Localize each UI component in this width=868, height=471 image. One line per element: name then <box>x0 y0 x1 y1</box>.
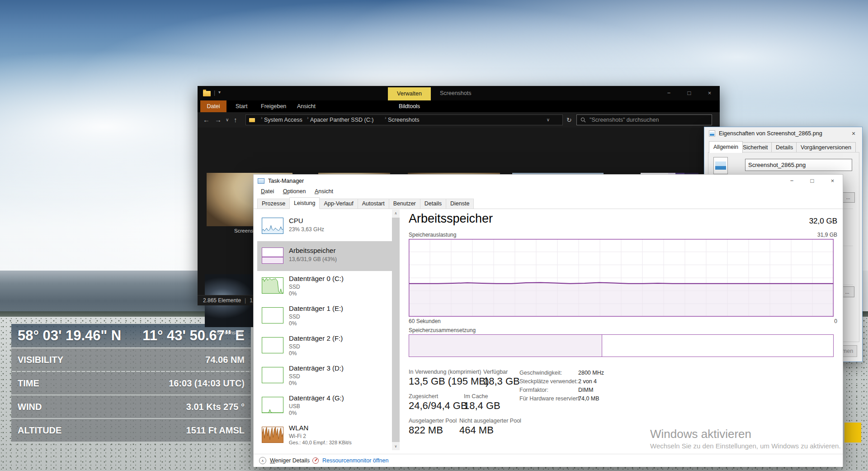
sidebar-item-title: Datenträger 0 (C:) <box>289 275 344 282</box>
qat-dropdown-icon[interactable]: ▾ <box>218 90 221 95</box>
sidebar-item-cpu[interactable]: CPU 23% 3,63 GHz <box>257 211 392 241</box>
windows-activation-watermark-subtitle: Wechseln Sie zu den Einstellungen, um Wi… <box>650 442 841 450</box>
sidebar-item-wlan[interactable]: WLAN Wi-Fi 2 Ges.: 40,0 Empf.: 328 KBit/… <box>257 420 392 450</box>
memory-mini-graph <box>262 247 283 264</box>
sidebar-scrollbar[interactable]: ∧ ∨ <box>392 209 400 450</box>
longitude-value: 11° 43' 50.67" E <box>142 324 245 347</box>
detail-value: DIMM <box>578 387 593 393</box>
detail-label: Für Hardware reserviert: <box>519 395 580 402</box>
task-manager-window: Task-Manager − □ × Datei Optionen Ansich… <box>253 174 843 466</box>
recent-locations-icon[interactable]: ∨ <box>226 112 229 128</box>
composition-used-segment <box>409 335 602 357</box>
stat-value: 24,6/94,4 GB <box>409 400 467 412</box>
contextual-tab-verwalten[interactable]: Verwalten <box>388 87 431 100</box>
yellow-desktop-fragment <box>844 423 861 442</box>
stat-label: In Verwendung (komprimiert) <box>409 369 481 375</box>
search-input[interactable]: "Screenshots" durchsuchen <box>576 114 712 125</box>
stat-label: Zugesichert <box>409 393 438 400</box>
sidebar-item-subtitle: Wi-Fi 2 <box>289 433 306 439</box>
sidebar-item-arbeitsspeicher[interactable]: Arbeitsspeicher 13,6/31,9 GB (43%) <box>257 241 392 271</box>
sidebar-item-datentraeger-3[interactable]: Datenträger 3 (D:) SSD 0% <box>257 361 392 390</box>
sidebar-item-subtitle: SSD <box>289 343 300 350</box>
folder-icon <box>203 91 211 96</box>
ribbon-tab-ansicht[interactable]: Ansicht <box>297 100 316 112</box>
tab-sicherheit[interactable]: Sicherheit <box>738 142 773 152</box>
tab-vorgaengerversionen[interactable]: Vorgängerversionen <box>796 142 856 152</box>
memory-total: 32,0 GB <box>809 217 837 226</box>
ribbon-tab-bildtools[interactable]: Bildtools <box>388 100 431 112</box>
back-icon[interactable]: ← <box>203 112 210 128</box>
time-label: TIME <box>18 378 39 388</box>
time-value: 16:03 (14:03 UTC) <box>169 372 245 395</box>
stat-label: Verfügbar <box>483 369 508 375</box>
sidebar-item-datentraeger-2[interactable]: Datenträger 2 (F:) SSD 0% <box>257 331 392 361</box>
filename-field[interactable] <box>745 159 852 171</box>
taskmanager-menubar: Datei Optionen Ansicht <box>257 187 337 197</box>
explorer-titlebar[interactable]: | ▾ Verwalten Screenshots − □ × <box>198 86 720 100</box>
taskmanager-title: Task-Manager <box>268 175 304 187</box>
memory-usage-graph <box>409 239 834 317</box>
stat-value: 464 MB <box>459 424 494 436</box>
sidebar-item-datentraeger-4[interactable]: Datenträger 4 (G:) USB 0% <box>257 390 392 420</box>
status-separator: | <box>245 297 246 304</box>
explorer-maximize-button[interactable]: □ <box>679 86 699 100</box>
ribbon-tab-datei[interactable]: Datei <box>200 100 226 112</box>
tab-details[interactable]: Details <box>420 199 446 209</box>
tab-benutzer[interactable]: Benutzer <box>389 199 420 209</box>
sidebar-item-datentraeger-0[interactable]: Datenträger 0 (C:) SSD 0% <box>257 271 392 301</box>
composition-label: Speicherzusammensetzung <box>409 327 476 333</box>
selected-count: 1 <box>250 297 253 304</box>
menu-datei[interactable]: Datei <box>257 187 278 195</box>
sidebar-item-title: WLAN <box>289 424 308 432</box>
weniger-details-button[interactable]: Weniger Details <box>270 454 310 467</box>
ribbon-tab-start[interactable]: Start <box>236 100 247 112</box>
disk3-mini-graph <box>262 367 283 383</box>
taskmanager-tabs: Prozesse Leistung App-Verlauf Autostart … <box>257 197 473 209</box>
altitude-value: 1511 Ft AMSL <box>186 419 245 442</box>
forward-icon[interactable]: → <box>215 112 222 128</box>
taskmanager-minimize-button[interactable]: − <box>782 175 802 187</box>
explorer-close-button[interactable]: × <box>699 86 720 100</box>
menu-ansicht[interactable]: Ansicht <box>311 187 337 195</box>
breadcrumb-drive[interactable]: Apacer Panther SSD (C:) <box>310 115 373 125</box>
sidebar-item-subtitle: Ges.: 40,0 Empf.: 328 KBit/s <box>289 440 352 445</box>
tab-autostart[interactable]: Autostart <box>358 199 389 209</box>
tab-allgemein[interactable]: Allgemein <box>709 141 743 153</box>
explorer-minimize-button[interactable]: − <box>659 86 679 100</box>
sidebar-item-title: Datenträger 1 (E:) <box>289 304 343 312</box>
explorer-ribbon-tabs: Datei Start Freigeben Ansicht Bildtools <box>198 100 720 112</box>
ribbon-tab-freigeben[interactable]: Freigeben <box>261 100 286 112</box>
breadcrumb-folder[interactable]: Screenshots <box>388 115 419 125</box>
cpu-mini-graph <box>262 218 283 234</box>
scroll-thumb[interactable] <box>392 218 400 442</box>
address-bar[interactable]: › System Access › Apacer Panther SSD (C:… <box>245 114 563 125</box>
refresh-icon[interactable]: ↻ <box>566 114 572 125</box>
sidebar-item-subtitle: 0% <box>289 410 297 416</box>
change-button[interactable]: ... <box>841 192 855 203</box>
sidebar-item-datentraeger-1[interactable]: Datenträger 1 (E:) SSD 0% <box>257 301 392 331</box>
tab-prozesse[interactable]: Prozesse <box>257 199 290 209</box>
breadcrumb-root[interactable]: System Access <box>264 115 302 125</box>
tab-details[interactable]: Details <box>771 142 797 152</box>
sidebar-item-subtitle: 0% <box>289 290 297 297</box>
scroll-up-icon[interactable]: ∧ <box>392 209 400 217</box>
tab-dienste[interactable]: Dienste <box>446 199 474 209</box>
sidebar-item-title: Arbeitsspeicher <box>289 247 335 254</box>
taskmanager-close-button[interactable]: × <box>822 175 843 187</box>
tab-leistung[interactable]: Leistung <box>289 197 320 209</box>
disk4-mini-graph <box>262 397 283 413</box>
address-dropdown-icon[interactable]: ∨ <box>547 115 550 125</box>
scroll-down-icon[interactable]: ∨ <box>392 442 400 450</box>
detail-value: 74,0 MB <box>578 395 599 402</box>
altitude-label: ALTITUDE <box>18 425 61 435</box>
taskmanager-maximize-button[interactable]: □ <box>802 175 822 187</box>
dialog-close-button[interactable]: × <box>848 129 859 138</box>
wind-value: 3.01 Kts 275 ° <box>186 395 245 418</box>
menu-optionen[interactable]: Optionen <box>279 187 310 195</box>
up-icon[interactable]: ↑ <box>234 112 237 128</box>
taskmanager-titlebar[interactable]: Task-Manager − □ × <box>254 175 843 187</box>
stat-value: 13,5 GB (195 MB) <box>409 376 489 387</box>
tab-app-verlauf[interactable]: App-Verlauf <box>319 199 358 209</box>
resource-monitor-link[interactable]: Ressourcenmonitor öffnen <box>322 454 388 467</box>
image-file-icon <box>709 130 715 137</box>
